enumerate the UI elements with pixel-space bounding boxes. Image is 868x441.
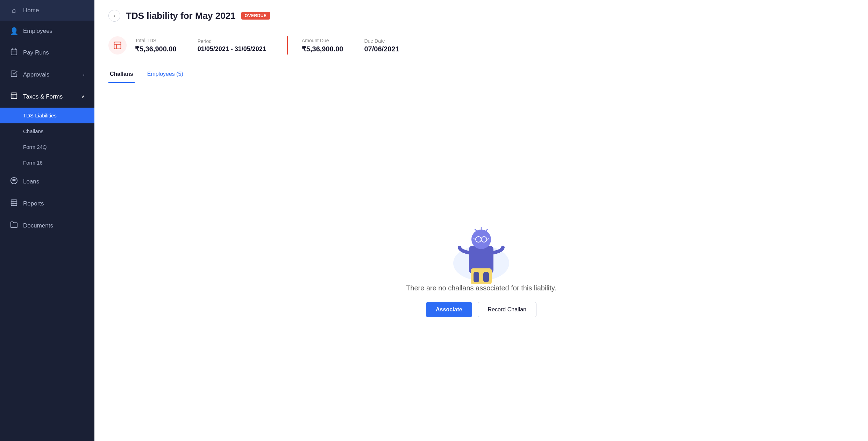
subitem-label: Form 24Q <box>23 144 47 150</box>
empty-message: There are no challans associated for thi… <box>406 284 556 292</box>
sidebar-item-taxes-forms[interactable]: Taxes & Forms ∨ <box>0 86 94 108</box>
page-title: TDS liability for May 2021 <box>126 10 236 21</box>
divider <box>287 36 288 55</box>
due-date-label: Due Date <box>364 38 399 44</box>
period-label: Period <box>198 38 266 44</box>
due-date-block: Due Date 07/06/2021 <box>364 38 399 53</box>
sidebar-subitem-tds-liabilities[interactable]: TDS Liabilities <box>0 108 94 123</box>
folder-icon <box>10 221 18 230</box>
main-content: ‹ TDS liability for May 2021 OVERDUE Tot… <box>94 0 868 441</box>
sidebar-item-documents[interactable]: Documents <box>0 215 94 237</box>
subitem-label: TDS Liabilities <box>23 113 57 118</box>
period-value: 01/05/2021 - 31/05/2021 <box>198 45 266 53</box>
amount-due-block: Amount Due ₹5,36,900.00 <box>302 38 343 53</box>
page-header: ‹ TDS liability for May 2021 OVERDUE <box>94 0 868 28</box>
sidebar: ⌂ Home 👤 Employees Pay Runs Approvals › … <box>0 0 94 441</box>
tab-challans[interactable]: Challans <box>108 66 135 83</box>
overdue-badge: OVERDUE <box>241 12 270 20</box>
info-row: Total TDS ₹5,36,900.00 Period 01/05/2021… <box>94 28 868 63</box>
action-buttons: Associate Record Challan <box>426 302 536 317</box>
svg-line-24 <box>486 229 488 231</box>
sidebar-item-label: Loans <box>23 178 39 185</box>
amount-due-value: ₹5,36,900.00 <box>302 45 343 53</box>
svg-rect-12 <box>114 42 121 49</box>
sidebar-item-reports[interactable]: Reports <box>0 193 94 215</box>
sidebar-item-loans[interactable]: Loans <box>0 171 94 193</box>
svg-rect-28 <box>483 272 489 282</box>
empty-illustration <box>450 214 513 284</box>
sidebar-item-label: Documents <box>23 222 53 229</box>
subitem-label: Form 16 <box>23 160 43 166</box>
record-challan-button[interactable]: Record Challan <box>478 302 536 317</box>
empty-state: There are no challans associated for thi… <box>94 83 868 441</box>
amount-due-label: Amount Due <box>302 38 343 43</box>
chevron-down-icon: ∨ <box>81 94 85 99</box>
chevron-right-icon: › <box>83 72 85 77</box>
tds-icon <box>108 36 127 55</box>
svg-rect-27 <box>474 272 479 282</box>
sidebar-subitem-form24q[interactable]: Form 24Q <box>0 139 94 155</box>
sidebar-item-label: Home <box>23 7 39 14</box>
total-tds-block: Total TDS ₹5,36,900.00 <box>135 38 177 53</box>
associate-button[interactable]: Associate <box>426 302 472 317</box>
sidebar-item-label: Pay Runs <box>23 49 49 56</box>
period-block: Period 01/05/2021 - 31/05/2021 <box>198 38 266 53</box>
calendar-icon <box>10 48 18 57</box>
subitem-label: Challans <box>23 128 43 134</box>
sidebar-item-pay-runs[interactable]: Pay Runs <box>0 42 94 64</box>
tab-employees[interactable]: Employees (5) <box>146 66 185 83</box>
svg-rect-4 <box>11 93 17 99</box>
sidebar-subitem-form16[interactable]: Form 16 <box>0 155 94 171</box>
sidebar-item-label: Reports <box>23 200 44 207</box>
sidebar-item-employees[interactable]: 👤 Employees <box>0 21 94 42</box>
rupee-icon <box>10 177 18 186</box>
sidebar-item-home[interactable]: ⌂ Home <box>0 0 94 21</box>
home-icon: ⌂ <box>10 6 18 14</box>
back-button[interactable]: ‹ <box>108 10 120 22</box>
sidebar-item-label: Employees <box>23 28 52 35</box>
total-tds-label: Total TDS <box>135 38 177 43</box>
sidebar-item-label: Approvals <box>23 71 50 78</box>
checkbox-icon <box>10 70 18 79</box>
person-icon: 👤 <box>10 27 18 35</box>
sidebar-item-approvals[interactable]: Approvals › <box>0 64 94 86</box>
svg-line-25 <box>475 229 477 231</box>
svg-rect-0 <box>11 49 17 55</box>
tabs: Challans Employees (5) <box>94 66 868 83</box>
taxes-icon <box>10 92 18 101</box>
reports-icon <box>10 199 18 208</box>
due-date-value: 07/06/2021 <box>364 45 399 53</box>
total-tds-value: ₹5,36,900.00 <box>135 45 177 53</box>
sidebar-item-label: Taxes & Forms <box>23 93 63 100</box>
svg-rect-8 <box>11 200 17 206</box>
chevron-left-icon: ‹ <box>113 13 115 19</box>
sidebar-subitem-challans[interactable]: Challans <box>0 123 94 139</box>
